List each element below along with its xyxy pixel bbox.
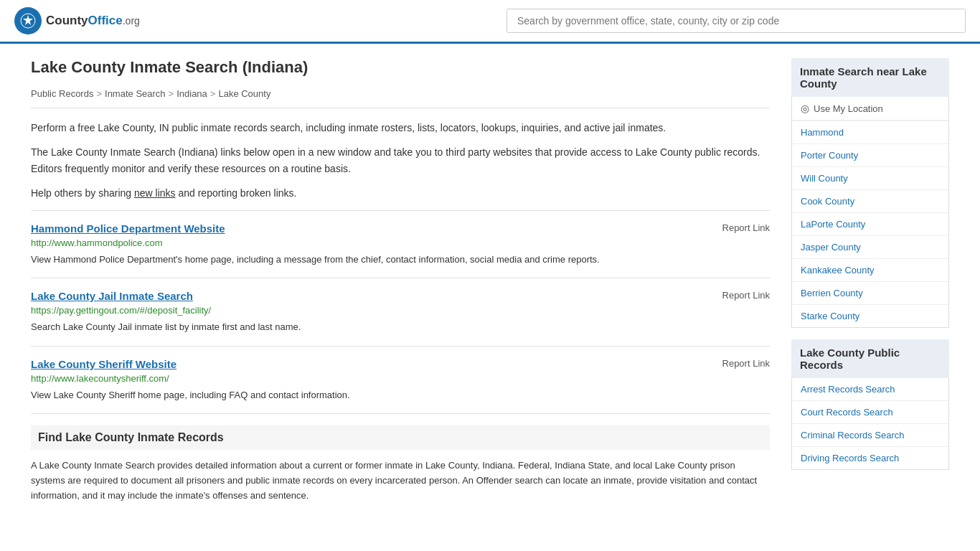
sidebar-link-driving-records[interactable]: Driving Records Search xyxy=(792,447,948,469)
logo-area[interactable]: CountyOffice.org xyxy=(14,7,140,34)
sidebar: Inmate Search near Lake County ◎ Use My … xyxy=(791,58,949,523)
sidebar-link-jasper-county[interactable]: Jasper County xyxy=(792,236,948,258)
list-item: Porter County xyxy=(792,144,948,167)
result-title[interactable]: Hammond Police Department Website xyxy=(31,222,225,235)
sidebar-link-arrest-records[interactable]: Arrest Records Search xyxy=(792,378,948,400)
sidebar-inmate-title: Inmate Search near Lake County xyxy=(791,58,949,97)
logo-icon xyxy=(14,7,42,34)
search-input[interactable] xyxy=(507,9,966,33)
location-icon: ◎ xyxy=(801,103,809,114)
breadcrumb-sep-2: > xyxy=(169,88,174,99)
result-description: View Hammond Police Department's home pa… xyxy=(31,253,770,267)
list-item: Driving Records Search xyxy=(792,447,948,469)
result-url: http://www.hammondpolice.com xyxy=(31,237,770,248)
find-section-description: A Lake County Inmate Search provides det… xyxy=(31,458,770,503)
result-url: http://www.lakecountysheriff.com/ xyxy=(31,373,770,384)
find-section-title: Find Lake County Inmate Records xyxy=(31,425,770,450)
sidebar-link-criminal-records[interactable]: Criminal Records Search xyxy=(792,424,948,446)
description-3-pre: Help others by sharing xyxy=(31,187,134,199)
breadcrumb-indiana[interactable]: Indiana xyxy=(176,88,207,99)
result-url: https://pay.gettingout.com/#/deposit_fac… xyxy=(31,305,770,316)
result-description: View Lake County Sheriff home page, incl… xyxy=(31,388,770,402)
sidebar-public-records-title: Lake County Public Records xyxy=(791,339,949,378)
find-section: Find Lake County Inmate Records A Lake C… xyxy=(31,413,770,523)
sidebar-inmate-section: Inmate Search near Lake County ◎ Use My … xyxy=(791,58,949,328)
result-title[interactable]: Lake County Jail Inmate Search xyxy=(31,290,193,302)
result-header: Lake County Jail Inmate Search Report Li… xyxy=(31,290,770,302)
result-title[interactable]: Lake County Sheriff Website xyxy=(31,358,176,370)
breadcrumb-inmate-search[interactable]: Inmate Search xyxy=(105,88,166,99)
result-item: Lake County Sheriff Website Report Link … xyxy=(31,346,770,414)
list-item: Berrien County xyxy=(792,282,948,305)
site-header: CountyOffice.org xyxy=(0,0,980,44)
description-3-post: and reporting broken links. xyxy=(176,187,297,199)
result-item: Hammond Police Department Website Report… xyxy=(31,210,770,278)
description-2: The Lake County Inmate Search (Indiana) … xyxy=(31,144,770,176)
description-3: Help others by sharing new links and rep… xyxy=(31,185,770,201)
report-link[interactable]: Report Link xyxy=(722,358,770,369)
list-item: Kankakee County xyxy=(792,259,948,282)
result-item: Lake County Jail Inmate Search Report Li… xyxy=(31,278,770,346)
sidebar-link-cook-county[interactable]: Cook County xyxy=(792,190,948,212)
sidebar-public-records-section: Lake County Public Records Arrest Record… xyxy=(791,339,949,470)
list-item: Jasper County xyxy=(792,236,948,259)
sidebar-link-will-county[interactable]: Will County xyxy=(792,167,948,189)
breadcrumb-sep-3: > xyxy=(210,88,216,99)
breadcrumb-lake-county[interactable]: Lake County xyxy=(218,88,270,99)
list-item: Cook County xyxy=(792,190,948,213)
sidebar-inmate-list: ◎ Use My Location Hammond Porter County … xyxy=(791,97,949,328)
main-container: Lake County Inmate Search (Indiana) Publ… xyxy=(17,44,963,537)
report-link[interactable]: Report Link xyxy=(722,222,770,233)
list-item: LaPorte County xyxy=(792,213,948,236)
logo-text: CountyOffice.org xyxy=(46,14,140,28)
description-1: Perform a free Lake County, IN public in… xyxy=(31,120,770,136)
new-links-link[interactable]: new links xyxy=(134,187,176,199)
result-header: Hammond Police Department Website Report… xyxy=(31,222,770,235)
list-item: Hammond xyxy=(792,121,948,144)
report-link[interactable]: Report Link xyxy=(722,290,770,301)
breadcrumb-sep-1: > xyxy=(96,88,102,99)
list-item: Arrest Records Search xyxy=(792,378,948,401)
sidebar-link-berrien-county[interactable]: Berrien County xyxy=(792,282,948,304)
sidebar-link-court-records[interactable]: Court Records Search xyxy=(792,401,948,423)
breadcrumb-public-records[interactable]: Public Records xyxy=(31,88,93,99)
result-description: Search Lake County Jail inmate list by i… xyxy=(31,320,770,334)
list-item: Court Records Search xyxy=(792,401,948,424)
sidebar-link-laporte-county[interactable]: LaPorte County xyxy=(792,213,948,235)
breadcrumb: Public Records > Inmate Search > Indiana… xyxy=(31,88,770,108)
page-title: Lake County Inmate Search (Indiana) xyxy=(31,58,770,77)
list-item: Criminal Records Search xyxy=(792,424,948,447)
sidebar-link-starke-county[interactable]: Starke County xyxy=(792,305,948,327)
sidebar-link-kankakee-county[interactable]: Kankakee County xyxy=(792,259,948,281)
content-area: Lake County Inmate Search (Indiana) Publ… xyxy=(31,58,770,523)
list-item: Will County xyxy=(792,167,948,190)
use-location-label: Use My Location xyxy=(814,103,883,114)
sidebar-use-location[interactable]: ◎ Use My Location xyxy=(792,97,948,121)
result-header: Lake County Sheriff Website Report Link xyxy=(31,358,770,370)
sidebar-public-records-list: Arrest Records Search Court Records Sear… xyxy=(791,378,949,470)
results-list: Hammond Police Department Website Report… xyxy=(31,210,770,414)
search-bar xyxy=(507,9,966,33)
sidebar-link-porter-county[interactable]: Porter County xyxy=(792,144,948,166)
list-item: Starke County xyxy=(792,305,948,327)
sidebar-link-hammond[interactable]: Hammond xyxy=(792,121,948,143)
